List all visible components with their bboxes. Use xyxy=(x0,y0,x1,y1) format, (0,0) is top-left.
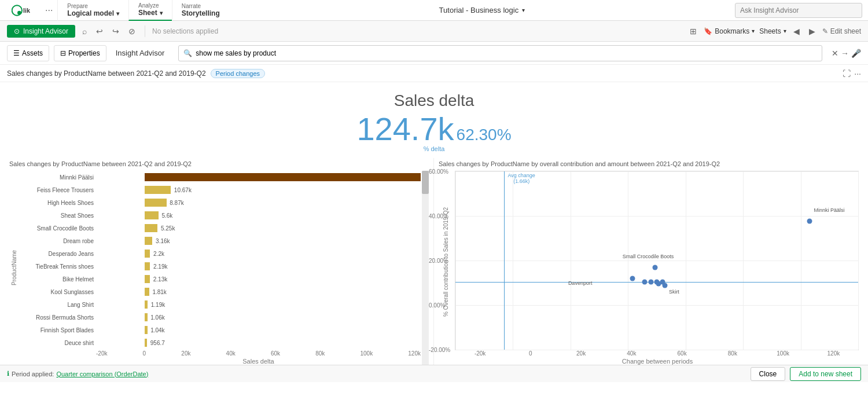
scatter-dot[interactable] xyxy=(642,279,648,284)
bookmark-icon: 🔖 xyxy=(704,27,712,35)
properties-button[interactable]: ⊟ Properties xyxy=(54,45,106,61)
bar-row: Kool Sunglasses1.81k xyxy=(19,285,421,298)
bar-fill xyxy=(145,326,147,334)
smart-search-icon[interactable]: ⌕ xyxy=(80,25,89,37)
scatter-dot[interactable] xyxy=(807,219,812,224)
bookmarks-button[interactable]: 🔖 Bookmarks ▾ xyxy=(704,27,755,35)
sheets-button[interactable]: Sheets ▾ xyxy=(759,27,786,35)
search-input-wrap: 🔍 xyxy=(178,45,822,61)
scatter-dot[interactable] xyxy=(630,276,635,281)
right-chart-subtitle: Sales changes by ProductName by overall … xyxy=(439,158,859,168)
prepare-chevron: ▾ xyxy=(116,10,119,17)
bar-track[interactable]: 5.6k xyxy=(96,211,421,219)
clear-search-button[interactable]: ✕ xyxy=(832,49,838,58)
scatter-dot-label: Small Crocodile Boots xyxy=(623,254,674,259)
bar-track[interactable]: 10.67k xyxy=(96,186,421,194)
mic-button[interactable]: 🎤 xyxy=(851,49,861,58)
assets-button[interactable]: ☰ Assets xyxy=(7,45,49,61)
submit-search-button[interactable]: → xyxy=(841,49,849,58)
narrate-section[interactable]: Narrate Storytelling xyxy=(172,0,229,21)
toolbar: ⊙ Insight Advisor ⌕ ↩ ↪ ⊘ No selections … xyxy=(0,21,868,42)
bar-label: Kool Sunglasses xyxy=(19,289,94,295)
app-title[interactable]: Tutorial - Business logic ▾ xyxy=(439,6,525,14)
logical-model-value[interactable]: Logical model ▾ xyxy=(67,9,119,17)
storytelling-value[interactable]: Storytelling xyxy=(182,9,220,17)
prev-sheet-icon[interactable]: ◀ xyxy=(791,25,802,37)
clear-selections-icon[interactable]: ⊘ xyxy=(126,25,138,37)
scatter-grid-h xyxy=(455,171,858,172)
scatter-dot-label: Minnki Päälsi xyxy=(814,207,844,213)
more-chart-options-icon[interactable]: ··· xyxy=(854,69,861,78)
bar-track[interactable]: 956.7 xyxy=(96,339,421,347)
add-to-new-sheet-button[interactable]: Add to new sheet xyxy=(790,367,861,381)
bar-label: Lang Shirt xyxy=(19,302,94,308)
bar-track[interactable]: 2.19k xyxy=(96,262,421,270)
forward-icon[interactable]: ↪ xyxy=(110,25,122,37)
bar-value-label: 2.13k xyxy=(153,276,167,283)
next-sheet-icon[interactable]: ▶ xyxy=(807,25,818,37)
top-search-input[interactable] xyxy=(735,3,862,18)
expand-icon[interactable]: ⛶ xyxy=(843,69,851,78)
search-input[interactable] xyxy=(196,49,817,57)
insight-icon: ⊙ xyxy=(14,27,20,35)
chart-title-bar: Sales changes by ProductName between 202… xyxy=(0,65,868,82)
bar-track[interactable]: 3.16k xyxy=(96,237,421,245)
bar-label: Rossi Bermuda Shorts xyxy=(19,314,94,321)
scatter-dot[interactable] xyxy=(648,279,653,284)
grid-view-icon[interactable]: ⊞ xyxy=(687,25,699,37)
left-chart-subtitle: Sales changes by ProductName between 202… xyxy=(9,158,429,168)
period-highlight[interactable]: Quarter comparison (OrderDate) xyxy=(56,371,148,377)
assets-icon: ☰ xyxy=(13,49,20,57)
scatter-grid-v xyxy=(743,171,744,350)
bar-track[interactable]: 1.06k xyxy=(96,313,421,321)
scatter-grid-v xyxy=(858,171,859,350)
bar-track[interactable]: 1.19k xyxy=(96,300,421,309)
bar-label: High Heels Shoes xyxy=(19,200,94,206)
bar-track[interactable]: 1.04k xyxy=(96,326,421,334)
bar-label: Bike Helmet xyxy=(19,276,94,283)
bar-row: Small Crocodile Boots5.25k xyxy=(19,222,421,234)
more-options-icon[interactable]: ··· xyxy=(41,5,57,16)
scroll-area[interactable] xyxy=(421,171,429,365)
bar-row: TieBreak Tennis shoes2.19k xyxy=(19,260,421,273)
scatter-grid-v xyxy=(801,171,801,350)
sheet-value[interactable]: Sheet ▾ xyxy=(138,9,163,17)
bar-track[interactable]: 2.13k xyxy=(96,275,421,283)
scatter-grid-v xyxy=(455,171,456,350)
bar-track[interactable]: 112.8k xyxy=(96,173,421,181)
close-button[interactable]: Close xyxy=(751,367,786,381)
scatter-dot[interactable] xyxy=(662,283,667,288)
scatter-dot-label: Davenport xyxy=(568,280,593,286)
bar-track[interactable]: 2.2k xyxy=(96,250,421,258)
bar-chart-container: ProductName Minnki Päälsi112.8kFeiss Fle… xyxy=(9,171,429,365)
insight-advisor-button[interactable]: ⊙ Insight Advisor xyxy=(7,25,75,38)
scatter-x-labels: -20k020k40k60k80k100k120k xyxy=(439,350,859,357)
bar-value-label: 2.19k xyxy=(153,263,167,270)
bar-row: Rossi Bermuda Shorts1.06k xyxy=(19,311,421,324)
bar-value-label: 1.81k xyxy=(152,289,166,295)
edit-sheet-button[interactable]: ✎ Edit sheet xyxy=(822,27,861,35)
scatter-grid-h xyxy=(455,305,858,306)
scatter-y-tick: 60.00% xyxy=(429,168,448,175)
bar-row: Lang Shirt1.19k xyxy=(19,298,421,311)
bar-fill xyxy=(145,262,150,270)
bar-fill xyxy=(145,199,166,207)
search-bar: ☰ Assets ⊟ Properties Insight Advisor 🔍 … xyxy=(0,42,868,65)
scatter-x-tick: -20k xyxy=(455,350,505,357)
bar-track[interactable]: 1.81k xyxy=(96,288,421,296)
scatter-container: % Overall contribution to Sales in 2019-… xyxy=(439,171,859,365)
bar-value-label: 1.06k xyxy=(150,314,164,321)
top-nav: lik ··· Prepare Logical model ▾ Analyze … xyxy=(0,0,868,21)
scatter-grid-v xyxy=(628,171,628,350)
period-badge[interactable]: Period changes xyxy=(211,69,265,78)
properties-icon: ⊟ xyxy=(60,49,66,57)
bar-track[interactable]: 8.87k xyxy=(96,199,421,207)
bar-label: Dream robe xyxy=(19,238,94,244)
back-icon[interactable]: ↩ xyxy=(94,25,105,37)
bar-track[interactable]: 5.25k xyxy=(96,224,421,232)
bar-value-label: 5.6k xyxy=(161,212,172,219)
scatter-dot[interactable] xyxy=(652,265,657,270)
analyze-section[interactable]: Analyze Sheet ▾ xyxy=(128,0,172,21)
prepare-section[interactable]: Prepare Logical model ▾ xyxy=(57,0,128,21)
bar-fill xyxy=(145,186,171,194)
